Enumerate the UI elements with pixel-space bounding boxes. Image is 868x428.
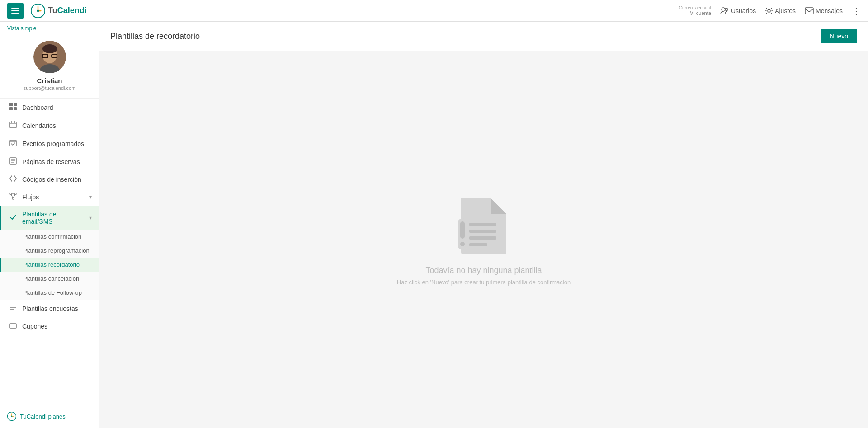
user-name: Cristian xyxy=(37,77,62,85)
svg-point-30 xyxy=(10,193,12,195)
sidebar-item-plantillas-encuestas[interactable]: Plantillas encuestas xyxy=(0,300,99,318)
eventos-icon xyxy=(9,139,18,148)
svg-point-48 xyxy=(460,242,465,246)
sidebar-item-cupones-label: Cupones xyxy=(22,323,47,330)
flujos-icon xyxy=(9,193,18,202)
sidebar-item-calendarios-label: Calendarios xyxy=(22,122,56,129)
usuarios-icon xyxy=(720,7,729,14)
navbar: TuCalendi Current account Mi cuenta Usua… xyxy=(0,0,868,22)
sidebar-item-dashboard[interactable]: Dashboard xyxy=(0,99,99,117)
svg-point-11 xyxy=(42,44,57,53)
vista-simple-link[interactable]: Vista simple xyxy=(0,22,99,35)
svg-point-6 xyxy=(725,8,728,11)
mensajes-link[interactable]: Mensajes xyxy=(805,7,843,14)
plantillas-chevron-icon: ▾ xyxy=(89,215,92,221)
svg-point-7 xyxy=(768,9,770,12)
sidebar-item-paginas-reservas[interactable]: Páginas de reservas xyxy=(0,153,99,171)
svg-rect-18 xyxy=(9,107,13,110)
svg-rect-16 xyxy=(9,103,13,106)
svg-rect-17 xyxy=(14,103,17,106)
page-header: Plantillas de recordatorio Nuevo xyxy=(99,22,868,51)
planes-logo-icon xyxy=(7,412,16,421)
sidebar-item-plantillas-label: Plantillas de email/SMS xyxy=(22,211,85,225)
gear-icon xyxy=(765,7,773,15)
plantillas-check-icon xyxy=(9,213,18,222)
svg-line-34 xyxy=(11,195,13,198)
sidebar-item-flujos-label: Flujos xyxy=(22,193,39,201)
svg-rect-8 xyxy=(805,8,813,14)
code-icon xyxy=(9,175,18,183)
sidebar-item-encuestas-label: Plantillas encuestas xyxy=(22,305,78,312)
svg-rect-19 xyxy=(14,107,17,110)
main-content: Plantillas de recordatorio Nuevo xyxy=(99,22,868,428)
sidebar-item-plantillas-email-sms[interactable]: Plantillas de email/SMS ▾ xyxy=(0,206,99,230)
ajustes-link[interactable]: Ajustes xyxy=(765,7,796,15)
sidebar-item-flujos[interactable]: Flujos ▾ xyxy=(0,188,99,206)
cupones-icon xyxy=(9,322,18,330)
empty-state: Todavía no hay ninguna plantilla Haz cli… xyxy=(99,51,868,428)
svg-rect-49 xyxy=(460,221,465,239)
paginas-icon xyxy=(9,157,18,166)
navbar-left: TuCalendi xyxy=(7,3,87,19)
svg-rect-46 xyxy=(469,243,487,246)
more-button[interactable]: ⋮ xyxy=(852,5,861,16)
sidebar-item-calendarios[interactable]: Calendarios xyxy=(0,117,99,135)
svg-rect-44 xyxy=(469,230,496,233)
sidebar-item-codigos-insercion[interactable]: Códigos de inserción xyxy=(0,171,99,188)
subnav-plantillas-confirmacion[interactable]: Plantillas confirmación xyxy=(0,230,99,244)
sidebar-item-paginas-label: Páginas de reservas xyxy=(22,158,80,165)
page-title: Plantillas de recordatorio xyxy=(110,32,200,41)
sidebar-item-eventos-programados[interactable]: Eventos programados xyxy=(0,135,99,153)
svg-rect-0 xyxy=(11,8,19,9)
sidebar-item-dashboard-label: Dashboard xyxy=(22,104,53,111)
svg-point-42 xyxy=(11,416,13,417)
current-account: Current account Mi cuenta xyxy=(679,5,711,16)
svg-rect-1 xyxy=(11,10,19,11)
sidebar-bottom: TuCalendi planes xyxy=(0,404,99,428)
svg-point-5 xyxy=(722,8,725,11)
plantillas-subnav: Plantillas confirmación Plantillas repro… xyxy=(0,230,99,300)
svg-rect-2 xyxy=(11,13,19,14)
svg-rect-20 xyxy=(10,122,16,128)
svg-rect-45 xyxy=(469,236,496,240)
avatar-image xyxy=(33,41,66,73)
tucalendi-planes-link[interactable]: TuCalendi planes xyxy=(7,412,92,421)
subnav-plantillas-cancelacion[interactable]: Plantillas cancelación xyxy=(0,272,99,286)
svg-point-31 xyxy=(14,193,16,195)
sidebar-item-cupones[interactable]: Cupones xyxy=(0,318,99,335)
planes-label: TuCalendi planes xyxy=(20,413,66,420)
avatar xyxy=(33,41,66,73)
svg-rect-39 xyxy=(10,324,16,328)
sidebar: Vista simple Cristian xyxy=(0,22,99,428)
nuevo-button[interactable]: Nuevo xyxy=(821,29,857,43)
sidebar-item-eventos-label: Eventos programados xyxy=(22,140,84,147)
layout: Vista simple Cristian xyxy=(0,22,868,428)
empty-document-icon xyxy=(457,193,511,259)
subnav-plantillas-recordatorio[interactable]: Plantillas recordatorio xyxy=(0,258,99,272)
mail-icon xyxy=(805,7,814,14)
calendar-icon xyxy=(9,121,18,130)
svg-line-35 xyxy=(14,195,15,198)
encuestas-icon xyxy=(9,304,18,313)
empty-title: Todavía no hay ninguna plantilla xyxy=(425,266,542,275)
usuarios-link[interactable]: Usuarios xyxy=(720,7,756,14)
svg-point-32 xyxy=(12,198,14,199)
navbar-right: Current account Mi cuenta Usuarios Ajust… xyxy=(679,5,861,16)
flujos-chevron-icon: ▾ xyxy=(89,194,92,200)
user-email: support@tucalendi.com xyxy=(24,85,76,91)
subnav-plantillas-reprogramacion[interactable]: Plantillas reprogramación xyxy=(0,244,99,258)
logo-text: TuCalendi xyxy=(48,6,87,15)
logo-icon xyxy=(31,4,45,18)
svg-point-4 xyxy=(37,9,39,12)
logo[interactable]: TuCalendi xyxy=(31,4,87,18)
subnav-plantillas-follow-up[interactable]: Plantillas de Follow-up xyxy=(0,286,99,300)
hamburger-button[interactable] xyxy=(7,3,24,19)
dashboard-icon xyxy=(9,103,18,112)
empty-subtitle: Haz click en 'Nuevo' para crear tu prime… xyxy=(397,279,571,286)
svg-rect-43 xyxy=(469,223,496,226)
sidebar-item-codigos-label: Códigos de inserción xyxy=(22,176,81,183)
user-section: Cristian support@tucalendi.com xyxy=(0,35,99,99)
